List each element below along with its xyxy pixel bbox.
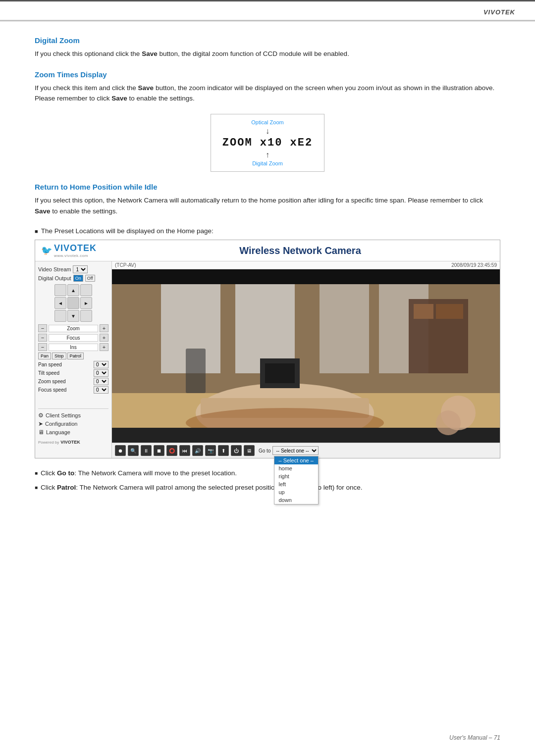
dropdown-item-left[interactable]: left [274, 480, 318, 488]
return-home-body: If you select this option, the Network C… [35, 195, 500, 216]
camera-ui-body: Video Stream 1 Digital Output On Off ▲ [35, 261, 500, 458]
camera-controls-bar: ⏺ 🔍 ⏸ ⏹ ⭕ ⏮ 🔊 📷 ⬆ ⏻ 🖥 Go to -- Sele [112, 443, 500, 458]
search-button[interactable]: 🔍 [128, 445, 139, 456]
ptz-downright-button[interactable] [80, 310, 92, 322]
camera-video [112, 269, 500, 443]
zoom-minus-button[interactable]: − [38, 324, 47, 332]
digital-zoom-body: If you check this optionand click the Sa… [35, 49, 500, 59]
ins-minus-button[interactable]: − [38, 343, 47, 351]
pan-speed-row: Pan speed 0 [38, 361, 108, 368]
photo-button[interactable]: 📷 [205, 445, 216, 456]
focus-plus-button[interactable]: + [100, 334, 108, 342]
ptz-upleft-button[interactable] [54, 284, 66, 296]
logo-bird-icon: 🐦 [41, 245, 52, 256]
zoom-speed-label: Zoom speed [38, 379, 92, 384]
dropdown-item-right[interactable]: right [274, 472, 318, 480]
ptz-left-button[interactable]: ◄ [54, 297, 66, 309]
zoom-times-body: If you check this item and click the Sav… [35, 83, 500, 104]
digital-output-on-button[interactable]: On [73, 275, 83, 282]
configuration-label: Configuration [45, 421, 77, 427]
dropdown-item-home[interactable]: home [274, 464, 318, 472]
svg-rect-4 [320, 284, 369, 373]
language-icon: 🖥 [38, 429, 44, 436]
monitor-button[interactable]: 🖥 [244, 445, 255, 456]
dropdown-item-up[interactable]: up [274, 488, 318, 496]
record-button[interactable]: ⏺ [115, 445, 126, 456]
room-scene [112, 269, 500, 443]
stop-button[interactable]: Stop [52, 353, 66, 359]
volume-button[interactable]: 🔊 [192, 445, 203, 456]
page-content: Digital Zoom If you check this optionand… [0, 21, 535, 515]
preset-note-text: The Preset Locations will be displayed o… [41, 227, 214, 235]
powered-by-text: Powered by [38, 440, 59, 445]
video-stream-row: Video Stream 1 [38, 265, 108, 273]
video-stream-label: Video Stream [38, 266, 71, 272]
pause-button[interactable]: ⏸ [141, 445, 152, 456]
digital-output-row: Digital Output On Off [38, 275, 108, 282]
bullet-list: Click Go to: The Network Camera will mov… [35, 467, 500, 494]
zoom-display-text: ZOOM x10 xE2 [219, 137, 316, 149]
ptz-downleft-button[interactable] [54, 310, 66, 322]
svg-rect-15 [265, 363, 295, 383]
camera-info-right: 2008/09/19 23:45:59 [451, 262, 497, 268]
config-icon: ➤ [38, 420, 43, 427]
svg-rect-13 [186, 349, 206, 393]
ptz-upright-button[interactable] [80, 284, 92, 296]
digital-output-off-button[interactable]: Off [85, 275, 95, 282]
zoom-control-row: − Zoom + [38, 324, 108, 332]
goto-dropdown-menu: – Select one – home right left up down [274, 456, 319, 504]
zoom-illustration: Optical Zoom ↓ ZOOM x10 xE2 ↑ Digital Zo… [211, 114, 324, 172]
ptz-up-button[interactable]: ▲ [67, 284, 79, 296]
goto-bullet-text: Click Go to: The Network Camera will mov… [41, 467, 237, 479]
digital-zoom-title: Digital Zoom [35, 36, 500, 45]
camera-ui-frame: 🐦 VIVOTEK www.vivotek.com Wireless Netwo… [35, 240, 500, 458]
goto-dropdown-container: -- Select one -- home right left up down… [272, 446, 319, 455]
focus-minus-button[interactable]: − [38, 334, 47, 342]
zoom-label: Zoom [49, 325, 98, 332]
focus-speed-label: Focus speed [38, 387, 92, 393]
camera-sidebar: Video Stream 1 Digital Output On Off ▲ [35, 261, 112, 458]
page-footer: User's Manual – 71 [449, 734, 500, 741]
circle-button[interactable]: ⭕ [166, 445, 177, 456]
patrol-bullet: Click Patrol: The Network Camera will pa… [35, 482, 500, 494]
focus-speed-select[interactable]: 0 [94, 386, 108, 394]
optical-zoom-label: Optical Zoom [219, 119, 316, 125]
video-stream-select[interactable]: 1 [73, 265, 88, 273]
patrol-button[interactable]: Patrol [67, 353, 84, 359]
pan-speed-select[interactable]: 0 [94, 361, 108, 368]
camera-ui-title: Wireless Network Camera [107, 245, 494, 256]
ins-plus-button[interactable]: + [100, 343, 108, 351]
preset-note: The Preset Locations will be displayed o… [35, 227, 500, 235]
zoom-speed-select[interactable]: 0 [94, 378, 108, 385]
prev-button[interactable]: ⏮ [179, 445, 190, 456]
upload-button[interactable]: ⬆ [218, 445, 229, 456]
ptz-down-button[interactable]: ▼ [67, 310, 79, 322]
zoom-speed-row: Zoom speed 0 [38, 378, 108, 385]
return-home-section: Return to Home Position while Idle If yo… [35, 183, 500, 216]
ptz-right-button[interactable]: ► [80, 297, 92, 309]
digital-zoom-section: Digital Zoom If you check this optionand… [35, 36, 500, 59]
digital-output-label: Digital Output [38, 275, 71, 281]
page-header: VIVOTEK [0, 2, 535, 21]
brand-label: VIVOTEK [483, 8, 515, 16]
dropdown-item-select-one[interactable]: – Select one – [274, 456, 318, 464]
ptz-center-button[interactable] [67, 297, 79, 309]
tilt-speed-label: Tilt speed [38, 370, 92, 376]
footer-text: User's Manual – 71 [449, 734, 500, 741]
camera-ui-header: 🐦 VIVOTEK www.vivotek.com Wireless Netwo… [35, 240, 500, 261]
zoom-plus-button[interactable]: + [100, 324, 108, 332]
pan-button[interactable]: Pan [38, 353, 51, 359]
tilt-speed-select[interactable]: 0 [94, 369, 108, 377]
language-link[interactable]: 🖥 Language [38, 429, 108, 436]
dropdown-item-down[interactable]: down [274, 496, 318, 504]
stop-record-button[interactable]: ⏹ [154, 445, 164, 456]
patrol-row: Pan Stop Patrol [38, 353, 108, 359]
focus-speed-row: Focus speed 0 [38, 386, 108, 394]
camera-info-bar: (TCP-AV) 2008/09/19 23:45:59 [112, 261, 500, 269]
power-button[interactable]: ⏻ [231, 445, 242, 456]
client-settings-link[interactable]: ⚙ Client Settings [38, 412, 108, 419]
goto-select[interactable]: -- Select one -- home right left up down [272, 446, 319, 455]
configuration-link[interactable]: ➤ Configuration [38, 420, 108, 427]
focus-label: Focus [49, 334, 98, 342]
zoom-times-title: Zoom Times Display [35, 70, 500, 79]
